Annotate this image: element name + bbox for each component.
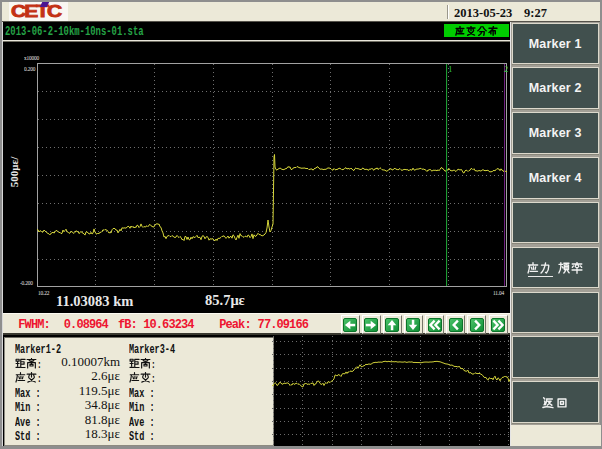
svg-text:2: 2 — [504, 64, 509, 74]
svg-text:1: 1 — [448, 64, 453, 74]
